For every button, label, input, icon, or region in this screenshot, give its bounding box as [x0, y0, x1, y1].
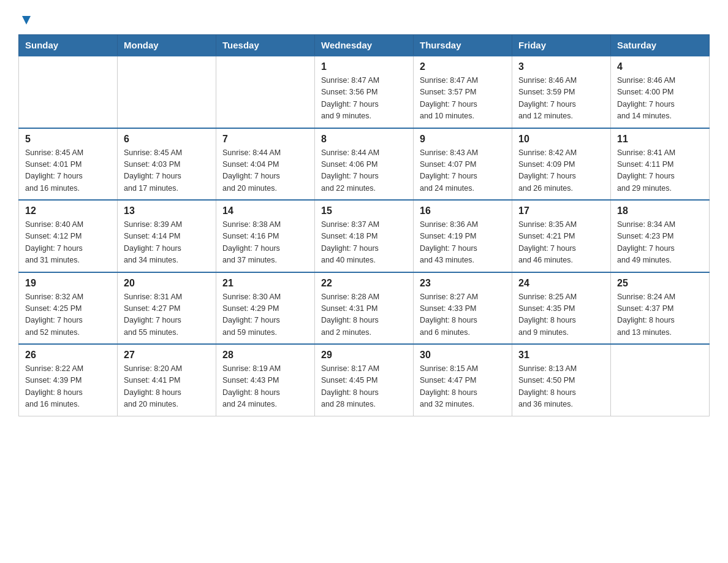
day-number: 30	[420, 350, 506, 361]
day-info: Sunrise: 8:28 AM Sunset: 4:31 PM Dayligh…	[321, 291, 407, 339]
logo	[18, 12, 33, 23]
day-info: Sunrise: 8:41 AM Sunset: 4:11 PM Dayligh…	[617, 147, 703, 195]
calendar-header-thursday: Thursday	[414, 35, 512, 56]
calendar-cell: 23Sunrise: 8:27 AM Sunset: 4:33 PM Dayli…	[414, 272, 512, 345]
day-info: Sunrise: 8:13 AM Sunset: 4:50 PM Dayligh…	[518, 363, 604, 411]
calendar-table: SundayMondayTuesdayWednesdayThursdayFrid…	[18, 34, 710, 416]
calendar-week-row: 19Sunrise: 8:32 AM Sunset: 4:25 PM Dayli…	[19, 272, 710, 345]
day-info: Sunrise: 8:42 AM Sunset: 4:09 PM Dayligh…	[518, 147, 604, 195]
calendar-week-row: 26Sunrise: 8:22 AM Sunset: 4:39 PM Dayli…	[19, 344, 710, 416]
day-info: Sunrise: 8:40 AM Sunset: 4:12 PM Dayligh…	[25, 219, 111, 267]
day-info: Sunrise: 8:15 AM Sunset: 4:47 PM Dayligh…	[420, 363, 506, 411]
day-number: 14	[222, 205, 308, 216]
day-info: Sunrise: 8:27 AM Sunset: 4:33 PM Dayligh…	[420, 291, 506, 339]
day-info: Sunrise: 8:35 AM Sunset: 4:21 PM Dayligh…	[518, 219, 604, 267]
calendar-cell: 16Sunrise: 8:36 AM Sunset: 4:19 PM Dayli…	[414, 200, 512, 272]
day-number: 17	[518, 205, 604, 216]
day-number: 29	[321, 350, 407, 361]
day-number: 9	[420, 134, 506, 145]
day-info: Sunrise: 8:25 AM Sunset: 4:35 PM Dayligh…	[518, 291, 604, 339]
calendar-cell: 25Sunrise: 8:24 AM Sunset: 4:37 PM Dayli…	[611, 272, 710, 345]
calendar-cell: 18Sunrise: 8:34 AM Sunset: 4:23 PM Dayli…	[611, 200, 710, 272]
calendar-week-row: 5Sunrise: 8:45 AM Sunset: 4:01 PM Daylig…	[19, 128, 710, 201]
calendar-cell: 9Sunrise: 8:43 AM Sunset: 4:07 PM Daylig…	[414, 128, 512, 201]
calendar-cell: 11Sunrise: 8:41 AM Sunset: 4:11 PM Dayli…	[611, 128, 710, 201]
calendar-cell	[216, 56, 315, 128]
calendar-cell	[19, 56, 118, 128]
day-info: Sunrise: 8:44 AM Sunset: 4:04 PM Dayligh…	[222, 147, 308, 195]
day-info: Sunrise: 8:45 AM Sunset: 4:01 PM Dayligh…	[25, 147, 111, 195]
calendar-cell: 5Sunrise: 8:45 AM Sunset: 4:01 PM Daylig…	[19, 128, 118, 201]
day-number: 19	[25, 278, 111, 289]
day-info: Sunrise: 8:31 AM Sunset: 4:27 PM Dayligh…	[124, 291, 210, 339]
calendar-header-sunday: Sunday	[19, 35, 118, 56]
day-info: Sunrise: 8:30 AM Sunset: 4:29 PM Dayligh…	[222, 291, 308, 339]
calendar-cell: 30Sunrise: 8:15 AM Sunset: 4:47 PM Dayli…	[414, 344, 512, 416]
day-info: Sunrise: 8:38 AM Sunset: 4:16 PM Dayligh…	[222, 219, 308, 267]
day-number: 6	[124, 134, 210, 145]
day-info: Sunrise: 8:34 AM Sunset: 4:23 PM Dayligh…	[617, 219, 703, 267]
calendar-cell: 17Sunrise: 8:35 AM Sunset: 4:21 PM Dayli…	[512, 200, 611, 272]
day-number: 7	[222, 134, 308, 145]
day-number: 31	[518, 350, 604, 361]
day-info: Sunrise: 8:32 AM Sunset: 4:25 PM Dayligh…	[25, 291, 111, 339]
calendar-week-row: 1Sunrise: 8:47 AM Sunset: 3:56 PM Daylig…	[19, 56, 710, 128]
day-number: 23	[420, 278, 506, 289]
day-number: 27	[124, 350, 210, 361]
day-info: Sunrise: 8:47 AM Sunset: 3:56 PM Dayligh…	[321, 75, 407, 123]
calendar-cell: 27Sunrise: 8:20 AM Sunset: 4:41 PM Dayli…	[118, 344, 216, 416]
day-info: Sunrise: 8:24 AM Sunset: 4:37 PM Dayligh…	[617, 291, 703, 339]
calendar-cell: 26Sunrise: 8:22 AM Sunset: 4:39 PM Dayli…	[19, 344, 118, 416]
calendar-cell: 7Sunrise: 8:44 AM Sunset: 4:04 PM Daylig…	[216, 128, 315, 201]
day-info: Sunrise: 8:47 AM Sunset: 3:57 PM Dayligh…	[420, 75, 506, 123]
day-number: 22	[321, 278, 407, 289]
calendar-cell: 22Sunrise: 8:28 AM Sunset: 4:31 PM Dayli…	[315, 272, 414, 345]
calendar-cell: 14Sunrise: 8:38 AM Sunset: 4:16 PM Dayli…	[216, 200, 315, 272]
calendar-cell: 28Sunrise: 8:19 AM Sunset: 4:43 PM Dayli…	[216, 344, 315, 416]
calendar-cell: 2Sunrise: 8:47 AM Sunset: 3:57 PM Daylig…	[414, 56, 512, 128]
calendar-header-row: SundayMondayTuesdayWednesdayThursdayFrid…	[19, 35, 710, 56]
day-number: 18	[617, 205, 703, 216]
day-info: Sunrise: 8:36 AM Sunset: 4:19 PM Dayligh…	[420, 219, 506, 267]
day-info: Sunrise: 8:39 AM Sunset: 4:14 PM Dayligh…	[124, 219, 210, 267]
day-info: Sunrise: 8:22 AM Sunset: 4:39 PM Dayligh…	[25, 363, 111, 411]
calendar-header-wednesday: Wednesday	[315, 35, 414, 56]
day-info: Sunrise: 8:46 AM Sunset: 4:00 PM Dayligh…	[617, 75, 703, 123]
day-info: Sunrise: 8:43 AM Sunset: 4:07 PM Dayligh…	[420, 147, 506, 195]
day-number: 21	[222, 278, 308, 289]
day-info: Sunrise: 8:46 AM Sunset: 3:59 PM Dayligh…	[518, 75, 604, 123]
svg-marker-0	[22, 16, 31, 25]
calendar-cell: 4Sunrise: 8:46 AM Sunset: 4:00 PM Daylig…	[611, 56, 710, 128]
calendar-cell: 1Sunrise: 8:47 AM Sunset: 3:56 PM Daylig…	[315, 56, 414, 128]
day-number: 8	[321, 134, 407, 145]
calendar-cell: 12Sunrise: 8:40 AM Sunset: 4:12 PM Dayli…	[19, 200, 118, 272]
calendar-header-monday: Monday	[118, 35, 216, 56]
calendar-cell: 13Sunrise: 8:39 AM Sunset: 4:14 PM Dayli…	[118, 200, 216, 272]
calendar-cell: 3Sunrise: 8:46 AM Sunset: 3:59 PM Daylig…	[512, 56, 611, 128]
calendar-cell: 19Sunrise: 8:32 AM Sunset: 4:25 PM Dayli…	[19, 272, 118, 345]
page-header	[18, 12, 710, 23]
day-number: 16	[420, 205, 506, 216]
calendar-cell: 21Sunrise: 8:30 AM Sunset: 4:29 PM Dayli…	[216, 272, 315, 345]
calendar-cell: 24Sunrise: 8:25 AM Sunset: 4:35 PM Dayli…	[512, 272, 611, 345]
calendar-header-tuesday: Tuesday	[216, 35, 315, 56]
calendar-cell: 8Sunrise: 8:44 AM Sunset: 4:06 PM Daylig…	[315, 128, 414, 201]
calendar-cell: 20Sunrise: 8:31 AM Sunset: 4:27 PM Dayli…	[118, 272, 216, 345]
day-number: 5	[25, 134, 111, 145]
day-info: Sunrise: 8:45 AM Sunset: 4:03 PM Dayligh…	[124, 147, 210, 195]
day-number: 12	[25, 205, 111, 216]
calendar-header-friday: Friday	[512, 35, 611, 56]
day-info: Sunrise: 8:17 AM Sunset: 4:45 PM Dayligh…	[321, 363, 407, 411]
day-info: Sunrise: 8:44 AM Sunset: 4:06 PM Dayligh…	[321, 147, 407, 195]
calendar-header-saturday: Saturday	[611, 35, 710, 56]
day-number: 10	[518, 134, 604, 145]
day-info: Sunrise: 8:20 AM Sunset: 4:41 PM Dayligh…	[124, 363, 210, 411]
day-number: 3	[518, 61, 604, 72]
day-number: 26	[25, 350, 111, 361]
day-number: 15	[321, 205, 407, 216]
calendar-cell: 6Sunrise: 8:45 AM Sunset: 4:03 PM Daylig…	[118, 128, 216, 201]
calendar-cell: 10Sunrise: 8:42 AM Sunset: 4:09 PM Dayli…	[512, 128, 611, 201]
calendar-cell: 15Sunrise: 8:37 AM Sunset: 4:18 PM Dayli…	[315, 200, 414, 272]
day-number: 24	[518, 278, 604, 289]
day-info: Sunrise: 8:37 AM Sunset: 4:18 PM Dayligh…	[321, 219, 407, 267]
